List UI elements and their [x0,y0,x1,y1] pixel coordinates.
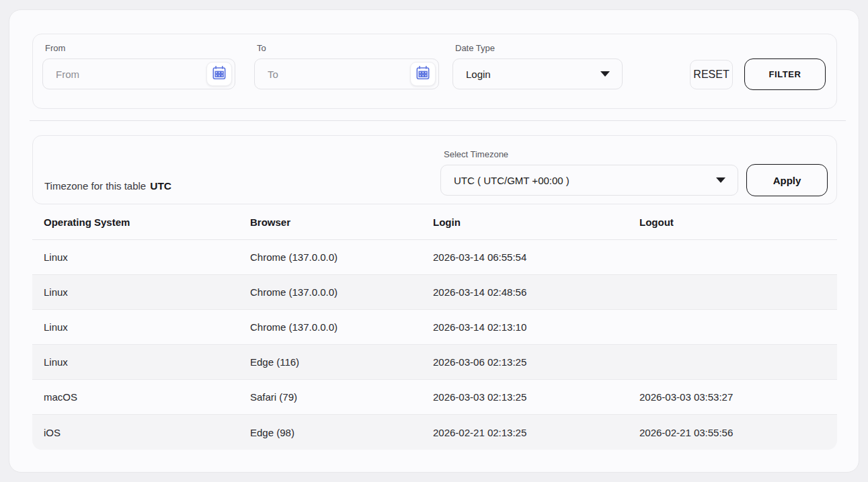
date-type-value: Login [466,69,600,80]
cell-os: iOS [32,427,239,438]
cell-login: 2026-03-14 02:48:56 [422,286,628,298]
table-header-row: Operating System Browser Login Logout [32,204,837,240]
table-row: iOS Edge (98) 2026-02-21 02:13:25 2026-0… [32,415,837,450]
section-divider [30,120,846,121]
cell-browser: Edge (116) [239,356,422,368]
filter-button[interactable]: FILTER [744,58,826,90]
reset-button[interactable]: RESET [690,60,733,89]
cell-login: 2026-03-03 02:13:25 [422,391,628,403]
timezone-select[interactable]: UTC ( UTC/GMT +00:00 ) [440,165,738,196]
cell-browser: Chrome (137.0.0.0) [239,286,422,298]
filter-bar: From [32,34,837,109]
column-header-logout: Logout [628,216,837,228]
timezone-select-value: UTC ( UTC/GMT +00:00 ) [454,175,716,186]
apply-button[interactable]: Apply [746,164,828,196]
to-label: To [257,43,439,54]
select-timezone-label: Select Timezone [444,149,508,160]
cell-login: 2026-02-21 02:13:25 [422,427,628,438]
sessions-table: Operating System Browser Login Logout Li… [32,204,837,450]
calendar-icon [414,64,432,84]
date-type-label: Date Type [455,43,623,54]
cell-os: Linux [32,321,239,333]
from-calendar-button[interactable] [206,62,232,86]
cell-browser: Edge (98) [239,427,422,438]
timezone-caption-label: Timezone for this table [44,180,146,192]
column-header-os: Operating System [32,216,239,228]
from-label: From [45,43,235,54]
cell-login: 2026-03-06 02:13:25 [422,356,628,368]
cell-browser: Safari (79) [239,391,422,403]
chevron-down-icon [716,177,725,183]
date-type-select[interactable]: Login [452,58,623,89]
table-row: Linux Edge (116) 2026-03-06 02:13:25 [32,345,837,380]
cell-browser: Chrome (137.0.0.0) [239,321,422,333]
cell-os: Linux [32,356,239,368]
to-calendar-button[interactable] [410,62,436,86]
table-row: Linux Chrome (137.0.0.0) 2026-03-14 06:5… [32,240,837,275]
to-date-group: To [254,43,439,89]
cell-os: Linux [32,286,239,298]
table-row: macOS Safari (79) 2026-03-03 02:13:25 20… [32,380,837,415]
cell-login: 2026-03-14 02:13:10 [422,321,628,333]
cell-os: Linux [32,251,239,263]
cell-browser: Chrome (137.0.0.0) [239,251,422,263]
column-header-browser: Browser [239,216,422,228]
cell-os: macOS [32,391,239,403]
table-row: Linux Chrome (137.0.0.0) 2026-03-14 02:4… [32,275,837,310]
from-date-group: From [42,43,235,89]
cell-login: 2026-03-14 06:55:54 [422,251,628,263]
column-header-login: Login [422,216,628,228]
date-type-group: Date Type Login [452,43,623,89]
sessions-panel: From [9,9,859,473]
chevron-down-icon [600,71,610,77]
timezone-caption: Timezone for this tableUTC [44,180,171,192]
timezone-panel: Timezone for this tableUTC Select Timezo… [32,135,837,204]
table-row: Linux Chrome (137.0.0.0) 2026-03-14 02:1… [32,310,837,345]
cell-logout: 2026-03-03 03:53:27 [628,391,837,403]
timezone-caption-value: UTC [150,180,171,192]
cell-logout: 2026-02-21 03:55:56 [628,427,837,438]
calendar-icon [210,64,228,84]
